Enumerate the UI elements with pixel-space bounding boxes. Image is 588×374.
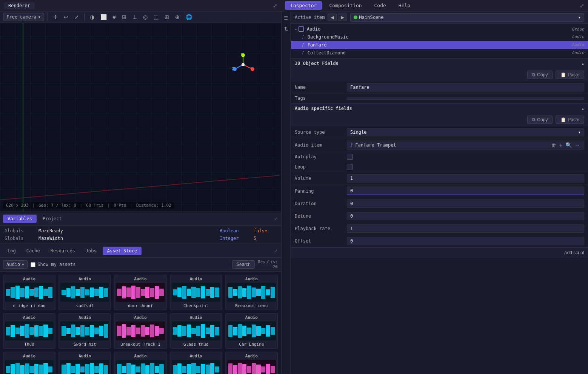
asset-name-5: Thud	[5, 342, 54, 347]
target-btn[interactable]: ⊕	[173, 13, 182, 21]
tab-asset-store[interactable]: Asset Store	[103, 247, 142, 255]
field-playback-rate-input[interactable]: 1	[347, 224, 584, 233]
nav-back-btn[interactable]: ◀	[328, 14, 337, 21]
tree-type-audio: Group	[572, 27, 584, 32]
tab-log[interactable]: Log	[3, 247, 20, 255]
search-button[interactable]: Search	[232, 260, 255, 269]
audio-copy-btn[interactable]: ⧉ Copy	[527, 116, 553, 124]
tree-item-fanfare[interactable]: ♪ Fanfare Audio	[291, 41, 588, 49]
floor-btn[interactable]: ⊥	[131, 13, 139, 21]
show-my-assets-checkbox[interactable]	[31, 262, 35, 267]
asset-item-14[interactable]: Audio	[225, 352, 278, 374]
asset-item-9[interactable]: Audio	[225, 313, 278, 349]
image-btn[interactable]: ⬚	[152, 13, 160, 21]
field-name-input[interactable]: Fanfare	[347, 83, 584, 91]
field-tags-input[interactable]	[347, 97, 584, 100]
audio-search-btn[interactable]: 🔍	[565, 142, 573, 148]
asset-item-12[interactable]: Audio	[114, 352, 166, 374]
add-script-btn[interactable]: Add script	[564, 250, 584, 255]
camera-select[interactable]: Free camera ▾	[3, 13, 44, 21]
asset-item-1[interactable]: Audio	[58, 275, 111, 310]
var-name-2: MazeWidth	[38, 236, 216, 241]
world-btn[interactable]: 🌐	[184, 13, 194, 21]
field-source-type-dropdown[interactable]: Single ▾	[347, 128, 584, 136]
asset-type-7: Audio	[116, 315, 165, 320]
move-tool-btn[interactable]: ✛	[51, 13, 60, 21]
field-autoplay-row: Autoplay	[291, 152, 588, 162]
orbit-btn[interactable]: ◎	[141, 13, 149, 21]
field-loop-checkbox[interactable]	[347, 164, 353, 170]
asset-item-4[interactable]: Audio	[225, 275, 278, 310]
rotate-tool-btn[interactable]: ↩	[62, 13, 70, 21]
field-volume-input[interactable]: 1	[347, 174, 584, 182]
gizmo-x-label: X	[251, 66, 253, 71]
log-expand-icon[interactable]: ⤢	[274, 248, 278, 253]
waveform-11	[60, 360, 109, 374]
3d-paste-btn[interactable]: 📋 Paste	[556, 71, 584, 79]
asset-item-2[interactable]: Audio	[114, 275, 166, 310]
asset-grid: Audio	[0, 272, 281, 374]
asset-item-0[interactable]: Audio	[3, 275, 55, 310]
asset-type-11: Audio	[60, 354, 109, 359]
3d-fields-header[interactable]: 3D Object Fields ▴	[291, 59, 588, 68]
tab-project[interactable]: Project	[38, 215, 66, 223]
field-autoplay-checkbox[interactable]	[347, 154, 353, 160]
grid-btn[interactable]: #	[111, 13, 118, 21]
audio-delete-btn[interactable]: 🗑	[550, 142, 557, 148]
tree-name-fanfare: Fanfare	[308, 42, 570, 48]
asset-name-4: Breakout menu	[227, 303, 276, 308]
asset-item-10[interactable]: Audio	[3, 352, 55, 374]
field-source-type-row: Source type Single ▾	[291, 126, 588, 139]
tab-composition[interactable]: Composition	[324, 1, 367, 10]
variables-expand-icon[interactable]: ⤢	[274, 216, 278, 221]
audio-add-btn[interactable]: +	[559, 142, 563, 148]
audio-fields-header[interactable]: Audio specific fields ▴	[291, 104, 588, 113]
tab-code[interactable]: Code	[369, 1, 391, 10]
tab-help[interactable]: Help	[393, 1, 416, 10]
tree-item-collectdiamond[interactable]: ♪ CollectDiamond Audio	[291, 49, 588, 57]
audio-paste-btn[interactable]: 📋 Paste	[556, 116, 584, 124]
field-offset-input[interactable]: 0	[347, 237, 584, 245]
tab-jobs[interactable]: Jobs	[81, 247, 101, 255]
field-audio-item-value: ♪ Fanfare Trumpet 🗑 + 🔍 →	[347, 141, 584, 150]
tab-resources[interactable]: Resources	[46, 247, 80, 255]
waveform-9	[227, 321, 276, 340]
asset-item-11[interactable]: Audio	[58, 352, 111, 374]
asset-item-7[interactable]: Audio	[114, 313, 166, 349]
tab-cache[interactable]: Cache	[22, 247, 45, 255]
tab-variables[interactable]: Variables	[3, 215, 37, 223]
scale-tool-btn[interactable]: ⤢	[72, 13, 81, 21]
search-results-info: Results: 20	[258, 260, 278, 269]
transform-btn[interactable]: ⊞	[163, 13, 171, 21]
3d-copy-paste-row: ⧉ Copy 📋 Paste	[291, 68, 588, 81]
asset-filter-select[interactable]: Audio ▾	[3, 260, 28, 269]
field-detune-input[interactable]: 0	[347, 212, 584, 220]
scene-selector[interactable]: MainScene ▾	[350, 13, 584, 22]
tree-item-bgmusic[interactable]: ♪ BackgroundMusic Audio	[291, 33, 588, 41]
tab-inspector[interactable]: Inspector	[285, 1, 322, 10]
3d-copy-btn[interactable]: ⧉ Copy	[527, 71, 553, 79]
field-volume-row: Volume 1	[291, 172, 588, 185]
inspector-expand-icon[interactable]: ⤢	[580, 3, 584, 9]
asset-item-5[interactable]: Audio	[3, 313, 55, 349]
waveform-2	[116, 283, 165, 302]
audio-goto-btn[interactable]: →	[574, 142, 581, 148]
asset-item-6[interactable]: Audio	[58, 313, 111, 349]
renderer-expand-icon[interactable]: ⤢	[273, 3, 277, 9]
asset-item-13[interactable]: Audio	[170, 352, 222, 374]
list-view-btn[interactable]: ☰	[282, 14, 290, 22]
snap-btn[interactable]: ⊞	[120, 13, 128, 21]
field-offset-label: Offset	[295, 238, 344, 244]
asset-item-8[interactable]: Audio	[170, 313, 222, 349]
perspective-btn[interactable]: ◑	[88, 13, 96, 21]
asset-item-3[interactable]: Audio	[170, 275, 222, 310]
field-panning-input[interactable]: 0	[347, 187, 584, 195]
viewport-toolbar: Free camera ▾ ✛ ↩ ⤢ ◑ ⬜ # ⊞ ⊥ ◎ ⬚ ⊞ ⊕ 🌐	[0, 11, 281, 23]
filter-btn[interactable]: ⇅	[283, 25, 290, 33]
show-my-assets-label[interactable]: Show my assets	[31, 262, 75, 267]
asset-type-13: Audio	[172, 354, 220, 359]
tree-item-audio-group[interactable]: ▾ Audio Group	[291, 25, 588, 33]
field-duration-input[interactable]: 0	[347, 199, 584, 208]
solid-btn[interactable]: ⬜	[99, 13, 109, 21]
nav-fwd-btn[interactable]: ▶	[338, 14, 347, 21]
